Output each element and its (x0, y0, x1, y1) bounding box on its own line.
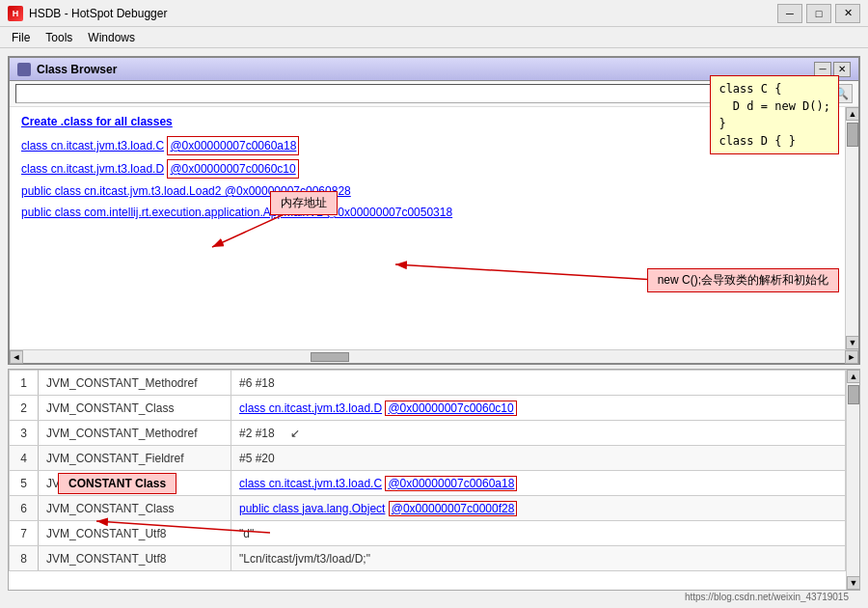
class-link-d[interactable]: class cn.itcast.jvm.t3.load.D (21, 162, 164, 176)
scroll-down-arrow[interactable]: ▼ (846, 336, 858, 349)
cp-link-6[interactable]: public class java.lang.Object (239, 502, 385, 515)
class-entry-4: public class com.intellij.rt.execution.a… (21, 204, 847, 221)
table-scroll-thumb (848, 385, 859, 404)
panel-title: Class Browser (37, 63, 117, 76)
address-c[interactable]: @0x00000007c0060a18 (167, 136, 299, 155)
menu-tools[interactable]: Tools (38, 29, 80, 46)
class-link-appmain[interactable]: public class com.intellij.rt.execution.a… (21, 206, 452, 219)
table-row: 6 JVM_CONSTANT_Class public class java.l… (10, 496, 846, 521)
footer-url: https://blog.csdn.net/weixin_43719015 (685, 592, 849, 602)
table-row: 4 JVM_CONSTANT_Fieldref #5 #20 (10, 446, 846, 471)
row-value: #6 #18 (231, 371, 846, 396)
row-value: public class java.lang.Object @0x0000000… (231, 496, 846, 521)
address-d[interactable]: @0x00000007c0060c10 (167, 159, 298, 179)
row-num: 3 (10, 421, 39, 446)
row-num: 6 (10, 496, 39, 521)
row-value: #5 #20 (231, 446, 846, 471)
cp-address-6[interactable]: @0x00000007c0000f28 (389, 501, 518, 516)
row-type: JVM_CONSTANT_Fieldref (39, 446, 231, 471)
constant-class-label: CONSTANT Class (58, 473, 176, 494)
row-value: "Lcn/itcast/jvm/t3/load/D;" (231, 546, 846, 571)
app-icon: H (8, 6, 23, 21)
table-scrollbar[interactable]: ▲ ▼ (846, 370, 859, 590)
menubar: File Tools Windows (0, 27, 868, 48)
scroll-right-arrow[interactable]: ► (845, 350, 858, 364)
maximize-button[interactable]: □ (806, 4, 831, 23)
row-value: class cn.itcast.jvm.t3.load.D @0x0000000… (231, 396, 846, 421)
table-row: 1 JVM_CONSTANT_Methodref #6 #18 (10, 371, 846, 396)
cp-link-2[interactable]: class cn.itcast.jvm.t3.load.D (239, 401, 382, 415)
cp-address-2[interactable]: @0x00000007c0060c10 (385, 401, 516, 416)
app-title: HSDB - HotSpot Debugger (29, 7, 167, 20)
class-link-c[interactable]: class cn.itcast.jvm.t3.load.C (21, 139, 164, 152)
row-value: "d" (231, 521, 846, 546)
titlebar: H HSDB - HotSpot Debugger ─ □ ✕ (0, 0, 868, 27)
cp-link-5[interactable]: class cn.itcast.jvm.t3.load.C (239, 477, 382, 490)
row-num: 5 (10, 471, 39, 496)
close-button[interactable]: ✕ (835, 4, 860, 23)
scroll-up-arrow[interactable]: ▲ (846, 107, 858, 121)
panel-icon (17, 63, 31, 76)
table-row: 7 JVM_CONSTANT_Utf8 "d" (10, 521, 846, 546)
menu-file[interactable]: File (4, 29, 38, 46)
table-row: 2 JVM_CONSTANT_Class class cn.itcast.jvm… (10, 396, 846, 421)
row-value: class cn.itcast.jvm.t3.load.C @0x0000000… (231, 471, 846, 496)
scroll-left-arrow[interactable]: ◄ (10, 350, 23, 364)
window-controls: ─ □ ✕ (777, 4, 860, 23)
table-scroll-up[interactable]: ▲ (847, 370, 860, 383)
class-entry-3: public class cn.itcast.jvm.t3.load.Load2… (21, 182, 847, 200)
row-num: 8 (10, 546, 39, 571)
constant-pool-table: 1 JVM_CONSTANT_Methodref #6 #18 2 JVM_CO… (9, 370, 846, 571)
minimize-button[interactable]: ─ (777, 4, 802, 23)
row-type: JVM_CONSTANT_Utf8 (39, 546, 231, 571)
callout-address-label: 内存地址 (270, 191, 338, 215)
class-list-scrollbar[interactable]: ▲ ▼ (845, 107, 858, 349)
row-value: #2 #18 ↙ (231, 421, 846, 446)
row-num: 7 (10, 521, 39, 546)
h-scroll-thumb (311, 352, 349, 362)
cp-address-5[interactable]: @0x00000007c0060a18 (385, 476, 517, 491)
search-input[interactable] (15, 84, 826, 103)
row-type: JVM_CONSTANT_Methodref (39, 371, 231, 396)
row-type: JVM_CONSTANT_Methodref (39, 421, 231, 446)
table-scroll-down[interactable]: ▼ (847, 576, 860, 590)
class-entry-2: class cn.itcast.jvm.t3.load.D @0x0000000… (21, 159, 847, 179)
row-num: 1 (10, 371, 39, 396)
table-row: 8 JVM_CONSTANT_Utf8 "Lcn/itcast/jvm/t3/l… (10, 546, 846, 571)
row-type: JVM_CONSTANT_Class (39, 396, 231, 421)
callout-new-label: new C();会导致类的解析和初始化 (647, 268, 839, 292)
scroll-thumb (847, 123, 858, 147)
row-num: 2 (10, 396, 39, 421)
row-num: 4 (10, 446, 39, 471)
row-type: JVM_CONSTANT_Class (39, 496, 231, 521)
table-row: 3 JVM_CONSTANT_Methodref #2 #18 ↙ (10, 421, 846, 446)
row-type: JVM_CONSTANT_Utf8 (39, 521, 231, 546)
menu-windows[interactable]: Windows (80, 29, 143, 46)
callout-code: class C { D d = new D(); } class D { } (710, 75, 839, 154)
horizontal-scrollbar[interactable]: ◄ ► (10, 349, 858, 363)
